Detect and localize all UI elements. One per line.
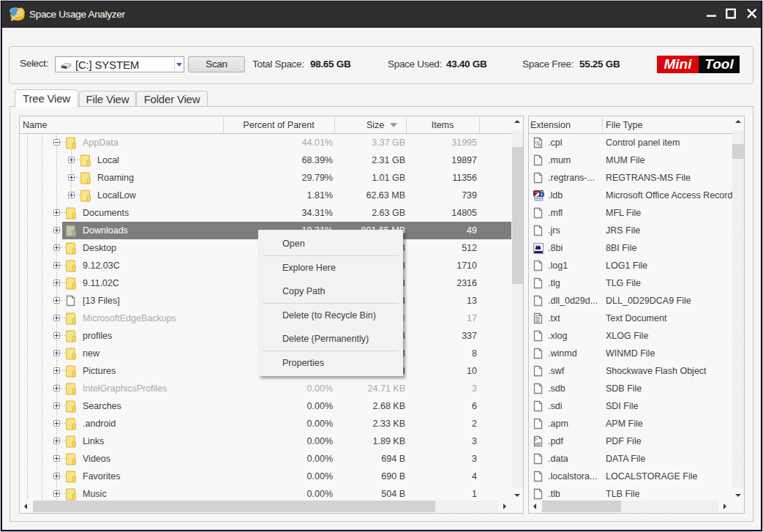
svg-text:pdf: pdf (535, 441, 541, 446)
